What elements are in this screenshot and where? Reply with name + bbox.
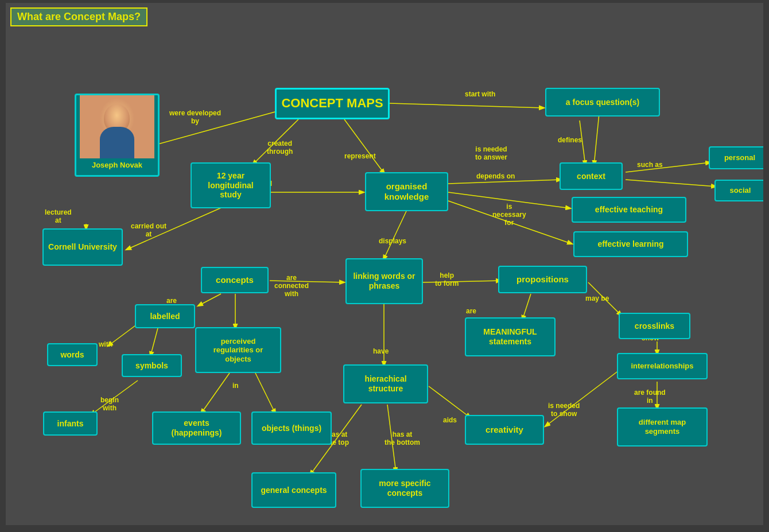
svg-line-26 bbox=[201, 373, 230, 414]
node-effective-teaching: effective teaching bbox=[572, 197, 686, 223]
svg-line-9 bbox=[448, 180, 561, 184]
node-social: social bbox=[714, 180, 763, 201]
person-photo bbox=[80, 95, 154, 158]
link-start-with: start with bbox=[465, 90, 495, 98]
link-carried-out: carried outat bbox=[131, 222, 166, 238]
link-necessary-for: isnecessaryfor bbox=[492, 203, 526, 227]
joseph-novak-photo: Joseph Novak bbox=[75, 94, 160, 177]
svg-line-27 bbox=[255, 373, 275, 414]
link-may-be: may be bbox=[585, 294, 609, 302]
svg-line-31 bbox=[429, 386, 471, 418]
page-title: What are Concept Maps? bbox=[10, 7, 147, 26]
link-developed-by: were developedby bbox=[169, 109, 221, 125]
link-defines: defines bbox=[558, 136, 582, 144]
node-cornell-university: Cornell University bbox=[42, 228, 123, 266]
node-personal: personal bbox=[709, 146, 763, 169]
link-represent: represent bbox=[344, 152, 376, 160]
link-found-in: are foundin bbox=[634, 389, 666, 405]
link-in: in bbox=[232, 382, 239, 390]
node-linking-words: linking words or phrases bbox=[345, 258, 423, 304]
svg-line-15 bbox=[383, 211, 406, 260]
node-crosslinks: crosslinks bbox=[619, 313, 690, 339]
node-creativity: creativity bbox=[465, 415, 544, 445]
link-lectured-at: lecturedat bbox=[45, 208, 72, 224]
node-events: events (happenings) bbox=[152, 411, 241, 445]
svg-line-18 bbox=[198, 294, 221, 306]
link-have: have bbox=[373, 347, 389, 355]
node-more-specific-concepts: more specific concepts bbox=[360, 469, 449, 508]
link-such-as: such as bbox=[637, 161, 663, 169]
node-different-map-segments: different map segments bbox=[617, 407, 708, 446]
node-longitudinal-study: 12 year longitudinal study bbox=[191, 162, 271, 208]
node-symbols: symbols bbox=[122, 354, 182, 377]
node-effective-learning: effective learning bbox=[573, 231, 688, 257]
link-are-meaningful: are bbox=[466, 307, 476, 315]
link-needed-show: is neededto show bbox=[548, 402, 580, 418]
link-begin-with: beginwith bbox=[100, 396, 119, 412]
link-are-labelled: are bbox=[166, 297, 177, 305]
node-objects: objects (things) bbox=[251, 411, 332, 445]
node-propositions: propositions bbox=[498, 266, 587, 293]
node-general-concepts: general concepts bbox=[251, 472, 336, 508]
node-concepts: concepts bbox=[201, 267, 269, 293]
node-infants: infants bbox=[43, 411, 98, 436]
node-words: words bbox=[47, 343, 98, 366]
link-displays: displays bbox=[379, 237, 406, 245]
node-organised-knowledge: organised knowledge bbox=[365, 172, 448, 211]
svg-line-4 bbox=[344, 119, 384, 174]
node-context: context bbox=[560, 162, 623, 190]
link-created-through: createdthrough bbox=[267, 139, 293, 156]
svg-line-19 bbox=[522, 294, 531, 320]
link-connected-with: areconnectedwith bbox=[274, 274, 309, 298]
link-needed-answer: is neededto answer bbox=[475, 145, 507, 161]
link-help-form: helpto form bbox=[435, 271, 459, 288]
node-meaningful-statements: MEANINGFUL statements bbox=[465, 317, 556, 356]
node-concept-maps: CONCEPT MAPS bbox=[275, 88, 390, 119]
svg-line-8 bbox=[626, 180, 716, 187]
svg-line-6 bbox=[594, 108, 600, 165]
node-perceived-regularities: perceived regularities or objects bbox=[195, 327, 281, 373]
main-container: What are Concept Maps? bbox=[6, 3, 763, 525]
link-depends-on: depends on bbox=[476, 172, 515, 180]
joseph-novak-label: Joseph Novak bbox=[76, 158, 158, 172]
link-with: with bbox=[99, 340, 112, 348]
svg-line-1 bbox=[390, 103, 544, 108]
node-labelled: labelled bbox=[135, 304, 195, 328]
node-hierachical-structure: hierachical structure bbox=[343, 364, 428, 403]
link-has-bottom: has atthe bottom bbox=[384, 430, 420, 446]
node-interrelationships: interrelationships bbox=[617, 353, 708, 379]
node-focus-question: a focus question(s) bbox=[545, 88, 660, 117]
link-aids: aids bbox=[443, 416, 457, 424]
